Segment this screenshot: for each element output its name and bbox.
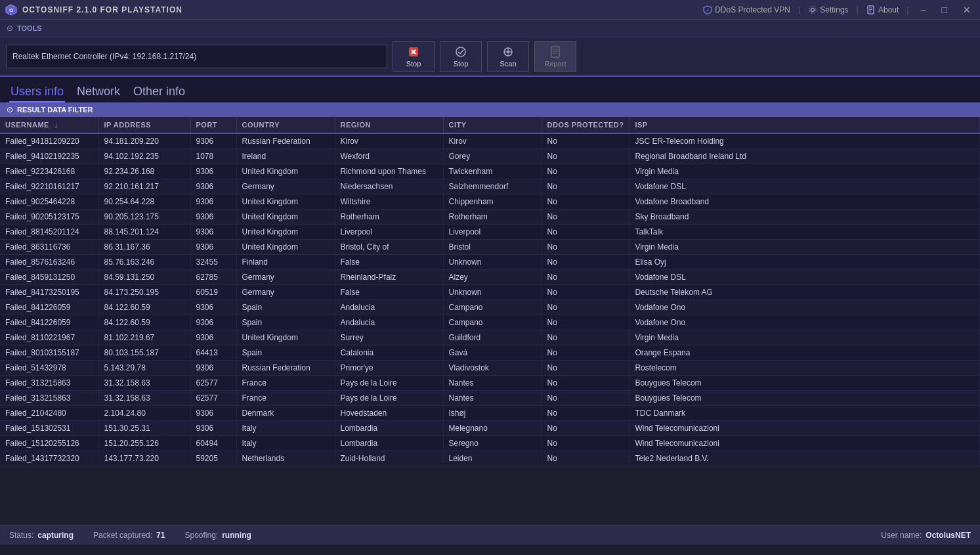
- cell-username: Failed_8459131250: [0, 270, 98, 285]
- table-row[interactable]: Failed_84122605984.122.60.599306SpainAnd…: [0, 300, 980, 315]
- col-header-region[interactable]: REGION: [335, 117, 443, 133]
- username-value: OctolusNET: [926, 531, 971, 540]
- cell-port: 9306: [190, 133, 236, 149]
- tab-users-info[interactable]: Users info: [9, 82, 65, 102]
- ddos-vpn-link[interactable]: ✓ DDoS Protected VPN: [703, 5, 790, 14]
- svg-text:✓: ✓: [706, 8, 710, 12]
- table-row[interactable]: Failed_8010315518780.103.155.18764413Spa…: [0, 345, 980, 361]
- cell-username: Failed_51432978: [0, 361, 98, 376]
- col-header-username[interactable]: USERNAME ↓: [0, 117, 98, 133]
- tab-other-info[interactable]: Other info: [132, 82, 186, 102]
- cell-ip: 5.143.29.78: [98, 361, 190, 376]
- cell-ip: 81.102.219.67: [98, 330, 190, 345]
- col-header-city[interactable]: CITY: [443, 117, 542, 133]
- table-row[interactable]: Failed_9418120922094.181.209.2209306Russ…: [0, 133, 980, 149]
- separator-2: |: [857, 5, 859, 14]
- table-row[interactable]: Failed_514329785.143.29.789306Russian Fe…: [0, 361, 980, 376]
- cell-ddos: No: [542, 164, 629, 179]
- scan-button[interactable]: Scan: [487, 41, 529, 72]
- cell-ip: 88.145.201.124: [98, 225, 190, 240]
- table-row[interactable]: Failed_14317732320143.177.73.22059205Net…: [0, 451, 980, 466]
- cell-username: Failed_8110221967: [0, 330, 98, 345]
- table-row[interactable]: Failed_857616324685.76.163.24632455Finla…: [0, 255, 980, 270]
- stop-button-2[interactable]: Stop: [440, 41, 482, 72]
- cell-port: 62577: [190, 376, 236, 391]
- cell-username: Failed_841226059: [0, 315, 98, 330]
- cell-region: Andalucia: [335, 315, 443, 330]
- cell-country: Germany: [236, 285, 335, 300]
- cell-country: Russian Federation: [236, 361, 335, 376]
- table-row[interactable]: Failed_9221016121792.210.161.2179306Germ…: [0, 179, 980, 194]
- title-bar-left: O OCTOSNIFF 2.1.0 FOR PLAYSTATION: [5, 4, 182, 16]
- table-row[interactable]: Failed_31321586331.32.158.6362577FranceP…: [0, 376, 980, 391]
- cell-ddos: No: [542, 330, 629, 345]
- minimize-button[interactable]: –: [917, 5, 930, 15]
- close-button[interactable]: ✕: [959, 5, 975, 15]
- cell-isp: Vodafone Broadband: [629, 194, 980, 210]
- cell-port: 9306: [190, 315, 236, 330]
- cell-city: Nantes: [443, 376, 542, 391]
- maximize-button[interactable]: □: [938, 5, 951, 15]
- table-row[interactable]: Failed_31321586331.32.158.6362577FranceP…: [0, 391, 980, 406]
- report-button[interactable]: Report: [534, 41, 576, 72]
- table-row[interactable]: Failed_8417325019584.173.250.19560519Ger…: [0, 285, 980, 300]
- cell-city: Campano: [443, 315, 542, 330]
- cell-port: 1078: [190, 149, 236, 164]
- cell-username: Failed_9223426168: [0, 164, 98, 179]
- table-row[interactable]: Failed_84122605984.122.60.599306SpainAnd…: [0, 315, 980, 330]
- cell-country: Italy: [236, 421, 335, 436]
- table-row[interactable]: Failed_151302531151.30.25.319306ItalyLom…: [0, 421, 980, 436]
- table-row[interactable]: Failed_845913125084.59.131.25062785Germa…: [0, 270, 980, 285]
- cell-port: 60494: [190, 436, 236, 451]
- table-row[interactable]: Failed_902546422890.254.64.2289306United…: [0, 194, 980, 210]
- table-row[interactable]: Failed_9410219223594.102.192.2351078Irel…: [0, 149, 980, 164]
- table-row[interactable]: Failed_9020512317590.205.123.1759306Unit…: [0, 210, 980, 225]
- cell-region: Niedersachsen: [335, 179, 443, 194]
- table-row[interactable]: Failed_86311673686.31.167.369306United K…: [0, 240, 980, 255]
- stop-button-1[interactable]: Stop: [393, 41, 435, 72]
- table-row[interactable]: Failed_210424802.104.24.809306DenmarkHov…: [0, 406, 980, 421]
- col-header-ddos[interactable]: DDOS PROTECTED?: [542, 117, 629, 133]
- cell-ip: 2.104.24.80: [98, 406, 190, 421]
- cell-ddos: No: [542, 406, 629, 421]
- table-row[interactable]: Failed_811022196781.102.219.679306United…: [0, 330, 980, 345]
- cell-city: Guildford: [443, 330, 542, 345]
- table-container[interactable]: USERNAME ↓ IP ADDRESS PORT COUNTRY REGIO…: [0, 117, 980, 525]
- cell-country: Spain: [236, 345, 335, 361]
- gear-icon: [808, 5, 817, 14]
- cell-country: France: [236, 376, 335, 391]
- cell-username: Failed_8576163246: [0, 255, 98, 270]
- chevron-down-icon: ⊙: [7, 105, 13, 114]
- chevron-up-icon: ⊙: [7, 24, 13, 33]
- cell-region: Andalucia: [335, 300, 443, 315]
- col-header-ip[interactable]: IP ADDRESS: [98, 117, 190, 133]
- cell-region: Bristol, City of: [335, 240, 443, 255]
- cell-ip: 143.177.73.220: [98, 451, 190, 466]
- table-row[interactable]: Failed_8814520112488.145.201.1249306Unit…: [0, 225, 980, 240]
- cell-region: Rheinland-Pfalz: [335, 270, 443, 285]
- cell-username: Failed_88145201124: [0, 225, 98, 240]
- cell-ddos: No: [542, 376, 629, 391]
- cell-port: 9306: [190, 300, 236, 315]
- cell-city: Seregno: [443, 436, 542, 451]
- document-icon: [866, 5, 876, 14]
- about-link[interactable]: About: [866, 5, 899, 14]
- table-header-row: USERNAME ↓ IP ADDRESS PORT COUNTRY REGIO…: [0, 117, 980, 133]
- separator-3: |: [906, 5, 908, 14]
- col-header-country[interactable]: COUNTRY: [236, 117, 335, 133]
- col-header-port[interactable]: PORT: [190, 117, 236, 133]
- title-bar-right: ✓ DDoS Protected VPN | Settings | About …: [703, 5, 975, 15]
- separator-1: |: [798, 5, 800, 14]
- cell-isp: JSC ER-Telecom Holding: [629, 133, 980, 149]
- cell-ddos: No: [542, 210, 629, 225]
- spoofing-value: running: [222, 531, 251, 540]
- cell-ddos: No: [542, 149, 629, 164]
- table-row[interactable]: Failed_15120255126151.20.255.12660494Ita…: [0, 436, 980, 451]
- cell-ddos: No: [542, 436, 629, 451]
- adapter-select[interactable]: Realtek Ethernet Controller (IPv4: 192.1…: [7, 45, 387, 68]
- table-row[interactable]: Failed_922342616892.234.26.1689306United…: [0, 164, 980, 179]
- settings-link[interactable]: Settings: [808, 5, 848, 14]
- col-header-isp[interactable]: ISP: [629, 117, 980, 133]
- tab-network[interactable]: Network: [75, 82, 121, 102]
- cell-city: Vladivostok: [443, 361, 542, 376]
